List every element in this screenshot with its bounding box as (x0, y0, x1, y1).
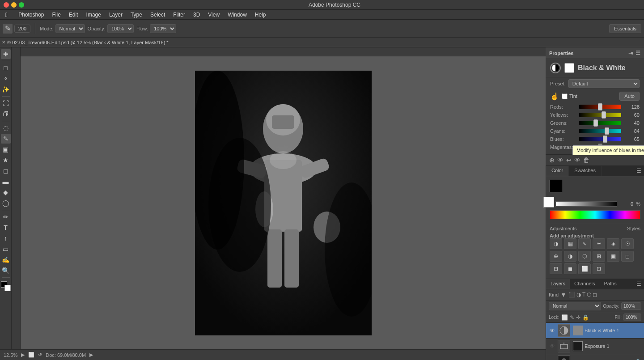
menu-file[interactable]: File (49, 11, 64, 19)
paths-tab[interactable]: Paths (600, 279, 621, 289)
blues-slider[interactable] (579, 137, 621, 141)
color-preview-boxes[interactable] (550, 180, 570, 198)
yellows-slider[interactable] (579, 113, 621, 117)
color-lookup-icon[interactable]: ▣ (607, 251, 619, 262)
blues-thumb[interactable] (603, 136, 607, 143)
zoom-tool[interactable]: 🔍 (1, 266, 11, 275)
tint-checkbox[interactable] (562, 93, 568, 99)
selective-color-icon[interactable]: ⊡ (593, 263, 605, 274)
threshold-icon[interactable]: ◼ (564, 263, 576, 274)
filter-shape-icon[interactable]: ⬡ (587, 292, 591, 298)
essentials-button[interactable]: Essentials (609, 24, 641, 33)
menu-layer[interactable]: Layer (106, 11, 126, 19)
menu-icon[interactable]: ☰ (636, 50, 640, 56)
styles-tab[interactable]: Styles (627, 226, 640, 231)
close-button[interactable] (4, 2, 9, 8)
opacity-select[interactable]: 100% (107, 24, 134, 33)
channel-mixer-icon[interactable]: ⊞ (593, 251, 605, 262)
apple-menu[interactable]:  (2, 10, 11, 19)
cyans-slider[interactable] (579, 129, 621, 133)
lasso-tool[interactable]: ⚬ (1, 74, 11, 84)
greens-thumb[interactable] (593, 119, 598, 127)
blend-mode-select[interactable]: Normal (549, 302, 601, 310)
dodge-tool[interactable]: ◯ (1, 198, 11, 208)
color-spectrum[interactable] (550, 210, 640, 219)
magic-wand-tool[interactable]: ✨ (1, 85, 11, 94)
layer-vis-bw[interactable]: 👁 (549, 327, 556, 334)
minimize-button[interactable] (11, 2, 17, 8)
menu-image[interactable]: Image (83, 11, 105, 19)
color-balance-icon[interactable]: ⊕ (550, 251, 562, 262)
auto-button[interactable]: Auto (619, 92, 640, 101)
layer-item-background[interactable]: 👁 Background 🔒 (546, 354, 644, 360)
menu-filter[interactable]: Filter (169, 11, 189, 19)
healing-tool[interactable]: ◌ (1, 123, 11, 133)
eraser-tool[interactable]: ◻ (1, 166, 11, 176)
layer-vis-exposure[interactable]: 👁 (549, 343, 556, 350)
channels-tab[interactable]: Channels (570, 279, 599, 289)
vibrance-icon[interactable]: ◈ (607, 238, 619, 249)
k-track[interactable] (555, 201, 617, 207)
lock-transparent-icon[interactable]: ⬜ (561, 314, 568, 321)
reds-slider[interactable] (579, 105, 621, 109)
rotate-icon[interactable]: ↺ (38, 352, 42, 358)
menu-select[interactable]: Select (147, 11, 169, 19)
flow-select[interactable]: 100% (150, 24, 176, 33)
gradient-map-icon[interactable]: ⬜ (578, 263, 591, 274)
history-brush[interactable]: ★ (1, 155, 11, 165)
menu-3d[interactable]: 3D (190, 11, 203, 19)
posterize-icon[interactable]: ⊟ (550, 263, 562, 274)
move-tool[interactable]: ✚ (1, 49, 11, 59)
layer-item-bw[interactable]: 👁 Black & White 1 (546, 323, 644, 339)
mask-icon[interactable]: ⊕ (549, 157, 555, 164)
background-color[interactable] (4, 285, 11, 291)
traffic-lights[interactable] (4, 2, 24, 8)
pen-tool[interactable]: ✏ (1, 212, 11, 222)
filter-smart-icon[interactable]: ◻ (593, 292, 597, 298)
fill-input[interactable]: 100% (623, 313, 641, 321)
lock-position-icon[interactable]: ✛ (576, 314, 580, 321)
tab-filename[interactable]: © 02-03_Trevor606-Edit.psd @ 12.5% (Blac… (7, 40, 169, 45)
brightness-contrast-icon[interactable]: ◑ (550, 238, 562, 249)
cyans-thumb[interactable] (605, 127, 609, 135)
menu-window[interactable]: Window (224, 11, 250, 19)
filter-type-icon[interactable]: T (582, 292, 585, 298)
lock-image-icon[interactable]: ✎ (570, 314, 574, 321)
brush-tool[interactable]: ✎ (1, 134, 11, 144)
kind-dropdown-icon[interactable]: ▼ (560, 291, 567, 298)
tint-label[interactable]: Tint (562, 93, 577, 99)
layer-item-exposure[interactable]: 👁 Exposure 1 (546, 339, 644, 354)
brush-tool-btn[interactable]: ✎ (3, 24, 13, 34)
canvas-content[interactable] (21, 56, 546, 349)
eyedropper-tool[interactable]: 🗇 (1, 109, 11, 119)
color-tab[interactable]: Color (546, 166, 569, 176)
menu-help[interactable]: Help (251, 11, 270, 19)
clone-tool[interactable]: ▣ (1, 144, 11, 154)
invert-icon[interactable]: ◻ (621, 251, 634, 262)
preset-select[interactable]: Default (568, 79, 640, 88)
photo-filter-icon[interactable]: ⬡ (578, 251, 591, 262)
maximize-button[interactable] (19, 2, 24, 8)
filter-adjustment-icon[interactable]: ◑ (576, 292, 581, 298)
visibility-icon[interactable]: 👁 (574, 157, 580, 164)
photo-canvas[interactable] (195, 71, 372, 335)
tab-close-icon[interactable]: ✕ (2, 40, 5, 45)
menu-photoshop[interactable]: Photoshop (15, 11, 47, 19)
path-selection-tool[interactable]: ↑ (1, 233, 11, 243)
mode-select[interactable]: Normal (55, 24, 85, 33)
menu-edit[interactable]: Edit (65, 11, 82, 19)
color-boxes[interactable] (1, 281, 11, 291)
reds-thumb[interactable] (598, 103, 602, 110)
menu-view[interactable]: View (204, 11, 223, 19)
toggle-view-icon[interactable]: 👁 (557, 157, 564, 164)
exposure-icon[interactable]: ☀ (593, 238, 605, 249)
swatches-tab[interactable]: Swatches (569, 166, 602, 176)
hand-tool[interactable]: ✍ (1, 255, 11, 265)
bw-adj-icon[interactable]: ◑ (564, 251, 576, 262)
menu-type[interactable]: Type (127, 11, 146, 19)
opacity-input[interactable]: 100% (621, 302, 641, 310)
expand-icon[interactable]: ⇥ (628, 50, 633, 56)
quick-mask-icon[interactable]: ⬜ (28, 352, 34, 358)
levels-icon[interactable]: ▦ (564, 238, 576, 249)
marquee-tool[interactable]: □ (1, 63, 11, 73)
